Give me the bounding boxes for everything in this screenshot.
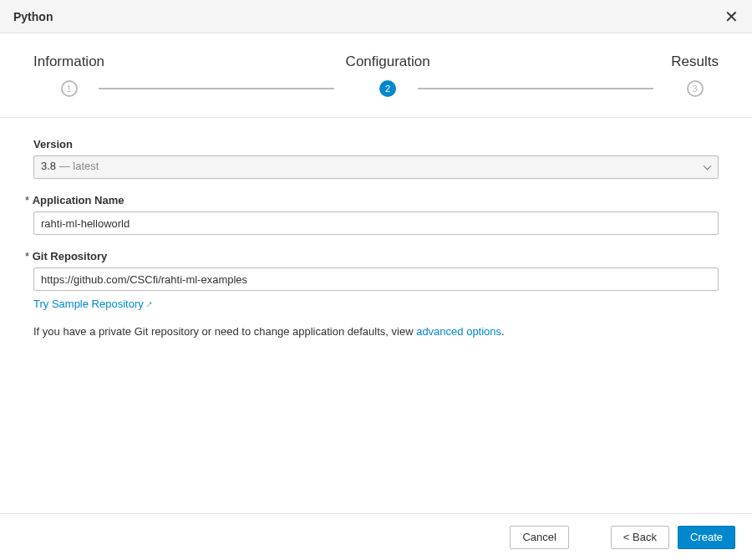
version-suffix: — latest	[56, 160, 99, 172]
step-connector	[99, 88, 334, 89]
dialog-header: Python ✕	[0, 0, 752, 33]
step-configuration[interactable]: Configuration 2	[346, 53, 430, 97]
external-link-icon: ↑	[143, 298, 155, 310]
help-text: If you have a private Git repository or …	[33, 325, 719, 338]
step-number-icon: 3	[687, 80, 704, 97]
appname-input[interactable]	[33, 211, 719, 235]
version-select[interactable]: 3.8 — latest	[33, 155, 719, 179]
gitrepo-group: Git Repository Try Sample Repository ↑	[33, 250, 719, 310]
dialog-footer: Cancel < Back Create	[0, 513, 752, 560]
step-results[interactable]: Results 3	[671, 53, 719, 97]
appname-label: Application Name	[33, 194, 719, 206]
advanced-options-link[interactable]: advanced options	[416, 325, 501, 338]
step-number-icon: 1	[61, 80, 78, 97]
try-sample-text: Try Sample Repository	[33, 298, 144, 310]
back-button[interactable]: < Back	[611, 526, 669, 549]
help-pre: If you have a private Git repository or …	[33, 325, 416, 338]
step-connector	[418, 88, 653, 89]
dialog-title: Python	[13, 10, 53, 23]
step-label: Configuration	[346, 53, 430, 70]
wizard-steps: Information 1 Configuration 2 Results 3	[0, 33, 752, 118]
close-button[interactable]: ✕	[724, 8, 739, 25]
version-value: 3.8	[41, 160, 56, 172]
version-label: Version	[33, 138, 719, 150]
help-post: .	[501, 325, 505, 338]
step-label: Information	[33, 53, 104, 70]
config-form: Version 3.8 — latest Application Name Gi…	[0, 118, 752, 358]
try-sample-link[interactable]: Try Sample Repository ↑	[33, 298, 152, 310]
create-button[interactable]: Create	[678, 526, 735, 549]
appname-group: Application Name	[33, 194, 719, 235]
cancel-button[interactable]: Cancel	[510, 526, 568, 549]
version-group: Version 3.8 — latest	[33, 138, 719, 179]
gitrepo-label: Git Repository	[33, 250, 719, 262]
gitrepo-input[interactable]	[33, 267, 719, 291]
close-icon: ✕	[724, 8, 739, 26]
step-number-icon: 2	[379, 80, 396, 97]
step-label: Results	[671, 53, 719, 70]
step-information[interactable]: Information 1	[33, 53, 104, 97]
